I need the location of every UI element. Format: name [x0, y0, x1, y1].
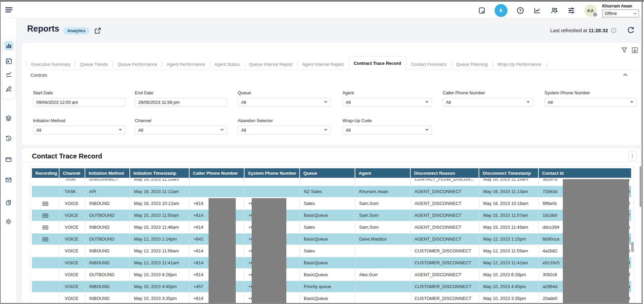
tab-wrap-up-performance[interactable]: Wrap-Up Performance	[493, 59, 546, 70]
line-chart-icon	[5, 71, 12, 78]
column-header[interactable]: Contact Id	[538, 168, 631, 178]
filter-icon[interactable]	[621, 47, 627, 53]
column-header[interactable]: Initiation Timestamp	[130, 168, 189, 178]
channel-select[interactable]: All	[135, 126, 227, 134]
field-label: Queue	[238, 90, 331, 95]
table-row[interactable]: TASKAPIMay 16, 2023 11:12amNZ SalesKhurr…	[32, 186, 631, 197]
column-header[interactable]: Agent	[355, 168, 410, 178]
cell-caller	[189, 186, 244, 197]
column-header[interactable]: Disconnect Reason	[410, 168, 479, 178]
cell-agent: Khurram.Awan	[355, 186, 410, 197]
status-select[interactable]: Offline	[602, 10, 639, 17]
table-row[interactable]: TASKDISCONNECTMay 16, 2023 11:13amCONTAC…	[32, 178, 631, 186]
collapse-chevron-icon[interactable]	[623, 73, 628, 76]
table-row[interactable]: VOICEOUTBOUNDMay 10, 2023 6:28pm+614+612…	[32, 269, 631, 281]
recording-icon[interactable]	[42, 237, 48, 242]
help-icon[interactable]: ?	[516, 6, 524, 15]
table-row[interactable]: VOICEOUTBOUNDMay 12, 2023 1:14pm+642+612…	[32, 233, 631, 245]
table-row[interactable]: VOICEINBOUNDMay 10, 2023 3:35pm+614+612B…	[32, 292, 631, 303]
contact-id-prefix: 20ade0	[543, 296, 557, 301]
sidebar-item-pages[interactable]	[5, 156, 12, 163]
system-phone-select[interactable]: All	[544, 98, 637, 107]
sidebar-item-design[interactable]	[4, 84, 14, 94]
sidebar-item-trends[interactable]	[4, 70, 14, 79]
insights-chart-icon[interactable]	[533, 6, 541, 15]
table-row[interactable]: VOICEOUTBOUNDMay 15, 2023 11:50am+614+61…	[32, 209, 631, 221]
cell-queue: BasicQueue	[300, 209, 355, 221]
refresh-icon[interactable]	[627, 26, 634, 34]
agent-select[interactable]: All	[342, 98, 432, 107]
abandon-selector-select[interactable]: All	[238, 126, 331, 134]
tab-agent-performance[interactable]: Agent Performance	[162, 59, 210, 70]
contact-id-prefix: 181db0	[543, 213, 557, 218]
contact-id-prefix: 3d267d	[543, 179, 557, 182]
pie-chart-icon	[5, 199, 12, 206]
sidebar-item-mail[interactable]	[5, 176, 12, 183]
table-row[interactable]: VOICEINBOUNDMay 12, 2023 11:56am+614+612…	[32, 245, 631, 257]
hamburger-menu-icon[interactable]	[5, 6, 13, 14]
sidebar-item-settings[interactable]	[5, 218, 12, 225]
download-icon[interactable]	[632, 47, 638, 53]
cell-disconnect_timestamp: May 12, 2023 11:42am	[479, 257, 538, 269]
notes-icon[interactable]	[478, 6, 486, 15]
tab-contract-trace-record[interactable]: Contract Trace Record	[348, 56, 406, 70]
tab-queue-trends[interactable]: Queue Trends	[75, 59, 113, 70]
sidebar-item-reports[interactable]	[4, 41, 14, 51]
sidebar-item-schedule[interactable]	[4, 56, 14, 66]
caret-down-icon	[425, 129, 429, 131]
column-header[interactable]: Caller Phone Number	[189, 168, 244, 178]
cell-initiation_method: INBOUND	[85, 257, 130, 269]
tab-agent-interval-report[interactable]: Agent Interval Report	[297, 59, 348, 70]
column-header[interactable]: Channel	[59, 168, 85, 178]
spinner-control[interactable]: ▲▼	[628, 151, 637, 160]
cell-queue: BasicQueue	[300, 269, 355, 281]
column-header[interactable]: Initiation Method	[85, 168, 130, 178]
window-border-top	[0, 0, 644, 2]
sidebar-item-analytics[interactable]	[5, 199, 12, 206]
recording-icon[interactable]	[42, 213, 48, 218]
caller-phone-select[interactable]: All	[443, 98, 533, 107]
wrap-up-code-field: Wrap-Up Code All	[342, 118, 432, 134]
tab-executive-summary[interactable]: Executive Summary	[26, 59, 75, 70]
info-icon[interactable]: i	[611, 27, 616, 33]
initiation-method-select[interactable]: All	[33, 126, 125, 134]
external-link-icon[interactable]	[94, 27, 101, 34]
sidebar-item-history[interactable]	[5, 135, 12, 142]
page-scrollbar[interactable]	[640, 166, 641, 207]
users-icon[interactable]	[550, 6, 558, 15]
flash-icon[interactable]	[495, 4, 507, 17]
recording-icon[interactable]	[42, 202, 48, 206]
tab-contact-forensics[interactable]: Contact Forensics	[406, 59, 451, 70]
controls-section-title[interactable]: Controls	[31, 73, 47, 78]
recording-icon[interactable]	[42, 225, 48, 230]
queue-select[interactable]: All	[238, 98, 331, 107]
table-row[interactable]: VOICEINBOUNDMay 10, 2023 4:40pm+457+612P…	[32, 281, 631, 292]
avatar[interactable]: KA	[584, 4, 597, 17]
field-label: Start Date	[33, 90, 125, 95]
sidebar-item-layers[interactable]	[5, 115, 12, 122]
column-header[interactable]: Recording	[32, 168, 59, 178]
cell-disconnect_reason: CONTACT_FLOW_DISCON...	[410, 178, 479, 186]
tab-queue-performance[interactable]: Queue Performance	[113, 59, 162, 70]
cell-recording	[32, 209, 59, 221]
field-label: End Date	[135, 90, 227, 95]
cell-disconnect_timestamp: May 15, 2023 11:57am	[479, 209, 538, 221]
table-scrollbar[interactable]	[631, 242, 634, 252]
tab-queue-planning[interactable]: Queue Planning	[451, 59, 493, 70]
analytics-badge[interactable]: Analytics	[63, 27, 90, 35]
end-date-input[interactable]: 29/05/2023 11:59 pm	[135, 98, 227, 107]
wrap-up-code-select[interactable]: All	[342, 126, 432, 134]
topbar-right-cluster: ? KA Khurram Awan Offline	[478, 3, 639, 18]
cell-disconnect_reason: AGENT_DISCONNECT	[410, 221, 479, 233]
column-header[interactable]: Queue	[300, 168, 355, 178]
table-row[interactable]: VOICEINBOUNDMay 16, 2023 10:12am+614+612…	[32, 197, 631, 209]
start-date-input[interactable]: 09/04/2023 12:00 am	[33, 98, 125, 107]
settings-sliders-icon[interactable]	[567, 6, 575, 15]
tab-agent-status[interactable]: Agent Status	[210, 59, 244, 70]
table-row[interactable]: VOICEINBOUNDMay 15, 2023 11:46am+614+612…	[32, 221, 631, 233]
column-header[interactable]: System Phone Number	[244, 168, 300, 178]
column-header[interactable]: Disconnect Timestamp	[479, 168, 538, 178]
tab-queue-interval-report[interactable]: Queue Interval Report	[245, 59, 298, 70]
table-row[interactable]: VOICEINBOUNDMay 12, 2023 11:41am+614+612…	[32, 257, 631, 269]
cell-channel: VOICE	[59, 233, 85, 245]
